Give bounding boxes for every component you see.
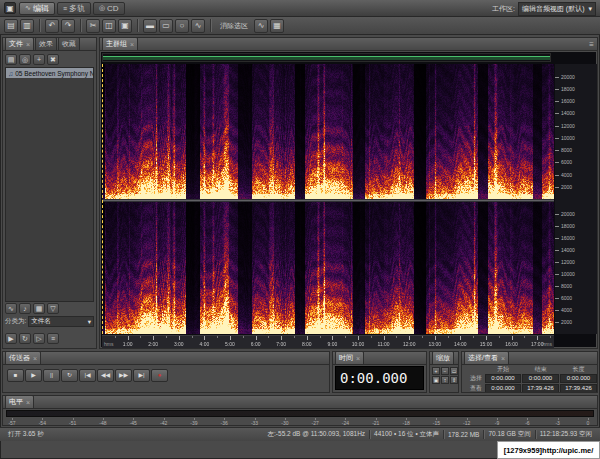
import-icon[interactable]: ▥ xyxy=(20,19,34,33)
cut-icon[interactable]: ✂ xyxy=(86,19,100,33)
selview-value[interactable]: 17:39.426 xyxy=(560,384,597,393)
time-tick-minor xyxy=(294,336,295,338)
zoom-in-button[interactable]: + xyxy=(432,367,440,375)
zoom-selection-button[interactable]: ▣ xyxy=(432,376,440,384)
import-file-icon[interactable]: ▤ xyxy=(5,54,17,65)
freq-label: 8000 xyxy=(561,283,572,289)
fast-forward-button[interactable]: ▶▶ xyxy=(115,369,132,382)
file-filter-buttons: ∿♪▦▽ xyxy=(5,303,59,314)
open-file-icon[interactable]: ▤ xyxy=(4,19,18,33)
status-separator xyxy=(535,430,536,439)
tab-multitrack-view-icon: ≡ xyxy=(63,5,67,12)
time-selection-tool-icon[interactable]: ▬ xyxy=(143,19,157,33)
play-looped-button[interactable]: ↻ xyxy=(61,369,78,382)
timeline-ruler[interactable]: hms hms 1:002:003:004:005:006:007:008:00… xyxy=(102,335,554,348)
selview-value[interactable]: 17:39.426 xyxy=(522,384,559,393)
tab-cd-view[interactable]: ◎CD xyxy=(93,2,125,15)
waveform-display-icon[interactable]: ∿ xyxy=(254,19,268,33)
go-to-start-button[interactable]: |◀ xyxy=(79,369,96,382)
tab-main-group[interactable]: 主群组 × xyxy=(102,37,138,50)
show-midi-files-icon[interactable]: ♪ xyxy=(19,303,31,314)
time-label: 16:00 xyxy=(505,341,518,347)
zoom-out-vertical-button[interactable]: ⇕ xyxy=(450,376,458,384)
frequency-ruler[interactable]: 2000018000160001400012000100008000600040… xyxy=(555,64,597,334)
close-file-icon[interactable]: ✖ xyxy=(47,54,59,65)
selview-tabbar: 选择/查看 × xyxy=(462,352,597,365)
close-icon[interactable]: × xyxy=(501,355,505,362)
zoom-out-button[interactable]: − xyxy=(441,367,449,375)
workspace-dropdown[interactable]: 编辑音频视图 (默认) ▾ xyxy=(518,2,596,16)
time-display: 0:00.000 xyxy=(335,366,424,390)
play-file-icon[interactable]: ▶ xyxy=(5,333,17,344)
copy-icon[interactable]: ◫ xyxy=(102,19,116,33)
go-to-end-button[interactable]: ▶| xyxy=(133,369,150,382)
zoom-controls: +−▭▣↕⇕ xyxy=(432,367,458,384)
close-icon[interactable]: × xyxy=(33,355,37,362)
main-toolbar: ▤▥↶↷✂◫▣▬▭○∿ 消除选区 ∿▦ xyxy=(0,17,600,35)
freq-label: 4000 xyxy=(561,307,572,313)
selection-view-title: 选择/查看 xyxy=(468,353,498,363)
pause-button[interactable]: || xyxy=(43,369,60,382)
selview-value[interactable]: 0:00.000 xyxy=(560,374,597,383)
time-label: 3:00 xyxy=(174,341,184,347)
zoom-full-button[interactable]: ▭ xyxy=(450,367,458,375)
tab-files[interactable]: 文件× xyxy=(5,37,34,50)
freq-label: 20000 xyxy=(561,74,575,80)
redo-icon[interactable]: ↷ xyxy=(61,19,75,33)
close-icon[interactable]: × xyxy=(356,355,360,362)
tab-multitrack-view[interactable]: ≡多轨 xyxy=(57,2,91,15)
zoom-navigator-bar[interactable] xyxy=(102,53,551,62)
tab-edit-view[interactable]: ∿编辑 xyxy=(19,2,55,15)
rewind-button[interactable]: ◀◀ xyxy=(97,369,114,382)
panel-menu-icon[interactable]: ≡ xyxy=(589,40,594,49)
time-label: 14:00 xyxy=(454,341,467,347)
toolbar-separator xyxy=(137,19,138,32)
marquee-selection-tool-icon[interactable]: ▭ xyxy=(159,19,173,33)
toolbar-separator xyxy=(210,19,211,32)
auto-play-icon[interactable]: ▷ xyxy=(33,333,45,344)
lasso-selection-tool-icon[interactable]: ○ xyxy=(175,19,189,33)
paste-icon[interactable]: ▣ xyxy=(118,19,132,33)
selview-row-label: 选择 xyxy=(464,374,484,382)
import-cd-audio-icon[interactable]: ◎ xyxy=(19,54,31,65)
undo-icon[interactable]: ↶ xyxy=(45,19,59,33)
loop-play-icon[interactable]: ↻ xyxy=(19,333,31,344)
tab-favorites[interactable]: 收藏 xyxy=(58,37,80,50)
main-group-panel: 主群组 × ≡ 20000180001600014000120001000080… xyxy=(99,37,598,349)
show-markers-icon[interactable]: ▽ xyxy=(47,303,59,314)
record-button[interactable]: ● xyxy=(151,369,168,382)
selview-value[interactable]: 0:00.000 xyxy=(485,374,521,383)
close-icon[interactable]: × xyxy=(26,41,30,48)
level-tick-label: -9 xyxy=(495,420,499,426)
spectrogram-canvas[interactable] xyxy=(102,64,554,334)
show-video-files-icon[interactable]: ▦ xyxy=(33,303,45,314)
new-file-icon[interactable]: + xyxy=(33,54,45,65)
format-info: 44100 • 16 位 • 立体声 xyxy=(374,430,439,439)
panel-options-icon[interactable]: ≡ xyxy=(47,333,59,344)
level-meter[interactable] xyxy=(6,410,594,417)
tab-transport[interactable]: 传送器 × xyxy=(5,351,41,364)
play-button[interactable]: ▶ xyxy=(25,369,42,382)
level-tick-label: -45 xyxy=(130,420,137,426)
freq-label: 6000 xyxy=(561,295,572,301)
tab-effects[interactable]: 效果 xyxy=(35,37,57,50)
selview-value[interactable]: 0:00.000 xyxy=(522,374,559,383)
close-icon[interactable]: × xyxy=(26,399,30,406)
zoom-in-vertical-button[interactable]: ↕ xyxy=(441,376,449,384)
playhead-cursor[interactable] xyxy=(102,64,103,334)
tab-level[interactable]: 电平 × xyxy=(5,395,34,408)
close-icon[interactable]: × xyxy=(130,41,134,48)
tab-zoom[interactable]: 缩放 xyxy=(432,351,454,364)
file-list-item[interactable]: ♫05 Beethoven Symphony No 9 xyxy=(6,68,93,78)
freq-label: 6000 xyxy=(561,159,572,165)
spectral-display-icon[interactable]: ▦ xyxy=(270,19,284,33)
tab-cd-view-label: CD xyxy=(107,4,119,13)
time-label: 15:00 xyxy=(480,341,493,347)
tab-time[interactable]: 时间 × xyxy=(335,351,364,364)
scrub-tool-icon[interactable]: ∿ xyxy=(191,19,205,33)
stop-button[interactable]: ■ xyxy=(7,369,24,382)
show-audio-files-icon[interactable]: ∿ xyxy=(5,303,17,314)
selview-value[interactable]: 0:00.000 xyxy=(485,384,521,393)
sort-dropdown[interactable]: 文件名 ▾ xyxy=(28,316,94,327)
tab-selection-view[interactable]: 选择/查看 × xyxy=(464,351,509,364)
